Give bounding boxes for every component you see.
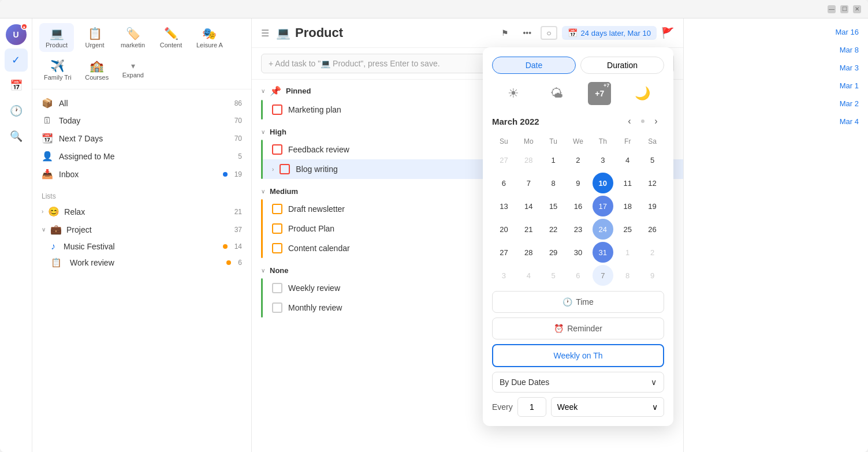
date-list-mar3[interactable]: Mar 3 [684, 59, 868, 77]
expand-button[interactable]: ▾ Expand [118, 55, 148, 84]
prev-month-button[interactable]: ‹ [621, 113, 638, 129]
cal-day-15[interactable]: 15 [543, 196, 564, 216]
cal-day-feb28[interactable]: 28 [518, 150, 539, 170]
cal-day-19[interactable]: 19 [642, 196, 663, 216]
cal-day-13[interactable]: 13 [493, 196, 514, 216]
nav-assigned[interactable]: 👤 Assigned to Me 5 [32, 147, 251, 165]
task-checkbox-draft[interactable] [272, 204, 282, 214]
tab-content[interactable]: ✏️ Content [154, 23, 188, 52]
nav-home[interactable]: ✓ [5, 48, 28, 72]
cal-day-5[interactable]: 5 [642, 150, 663, 170]
cal-day-20[interactable]: 20 [493, 219, 514, 240]
cal-day-11[interactable]: 11 [617, 173, 638, 193]
nav-all[interactable]: 📦 All 86 [32, 94, 251, 112]
cal-day-24[interactable]: 24 [593, 219, 613, 240]
list-work-review[interactable]: 📋 Work review 6 [32, 255, 251, 271]
date-list-mar1[interactable]: Mar 1 [684, 77, 868, 95]
cal-day-25[interactable]: 25 [617, 219, 638, 240]
cal-day-23[interactable]: 23 [568, 219, 588, 240]
cal-day-22[interactable]: 22 [543, 219, 564, 240]
recur-button[interactable]: Weekly on Th [492, 344, 664, 367]
sort-dropdown[interactable]: By Due Dates ∨ [492, 372, 664, 393]
cal-day-16[interactable]: 16 [568, 196, 588, 216]
cal-day-apr5[interactable]: 5 [543, 265, 564, 286]
tab-duration[interactable]: Duration [580, 57, 664, 74]
cal-day-apr4[interactable]: 4 [518, 265, 539, 286]
hamburger-icon[interactable]: ☰ [261, 28, 269, 39]
cal-day-3[interactable]: 3 [593, 150, 613, 170]
more-button[interactable]: ••• [518, 26, 536, 40]
cal-day-29[interactable]: 29 [543, 242, 564, 263]
next-month-button[interactable]: › [648, 113, 664, 129]
date-chip[interactable]: 📅 24 days later, Mar 10 [562, 26, 657, 40]
date-list-mar2[interactable]: Mar 2 [684, 95, 868, 113]
night-icon[interactable]: 🌙 [631, 82, 654, 105]
task-checkbox-blog[interactable] [280, 164, 290, 174]
task-checkbox-product-plan[interactable] [272, 223, 282, 234]
cal-day-26[interactable]: 26 [642, 219, 663, 240]
cal-day-21[interactable]: 21 [518, 219, 539, 240]
cal-day-apr1[interactable]: 1 [617, 242, 638, 263]
tab-date[interactable]: Date [492, 57, 576, 74]
every-unit-select[interactable]: Week ∨ [551, 397, 664, 417]
cal-day-14[interactable]: 14 [518, 196, 539, 216]
minimize-button[interactable]: — [828, 5, 836, 13]
nav-search[interactable]: 🔍 [5, 125, 28, 148]
close-button[interactable]: ✕ [853, 5, 861, 13]
cal-day-12[interactable]: 12 [642, 173, 663, 193]
nav-inbox[interactable]: 📥 Inbox 19 [32, 165, 251, 183]
cal-day-2[interactable]: 2 [568, 150, 588, 170]
list-project[interactable]: ∨ 💼 Project 37 [32, 221, 251, 238]
red-flag-icon[interactable]: 🚩 [661, 27, 674, 39]
every-number-input[interactable] [517, 397, 546, 417]
nav-today[interactable]: 🗓 Today 70 [32, 112, 251, 129]
task-checkbox-weekly[interactable] [272, 283, 282, 293]
nav-calendar[interactable]: 📅 [5, 74, 28, 97]
cal-day-10[interactable]: 10 [593, 173, 613, 193]
task-checkbox-monthly[interactable] [272, 302, 282, 313]
cal-day-apr7[interactable]: 7 [593, 265, 613, 286]
afternoon-icon[interactable]: 🌤 [545, 82, 568, 105]
nav-timeline[interactable]: 🕐 [5, 99, 28, 122]
reminder-button[interactable]: ⏰ Reminder [492, 317, 664, 339]
avatar-item[interactable]: U ● [5, 23, 28, 46]
nav-next7days[interactable]: 📆 Next 7 Days 70 [32, 129, 251, 147]
cal-day-27[interactable]: 27 [493, 242, 514, 263]
cal-day-30[interactable]: 30 [568, 242, 588, 263]
tab-urgent[interactable]: 📋 Urgent [77, 23, 112, 52]
task-checkbox-marketing-plan[interactable] [272, 104, 282, 115]
list-relax[interactable]: › 😊 Relax 21 [32, 203, 251, 221]
cal-day-31[interactable]: 31 [593, 242, 613, 263]
circle-button[interactable]: ○ [541, 26, 557, 40]
date-list-mar8[interactable]: Mar 8 [684, 41, 868, 59]
cal-day-6[interactable]: 6 [493, 173, 514, 193]
cal-day-feb27[interactable]: 27 [493, 150, 514, 170]
date-list-mar16[interactable]: Mar 16 [684, 23, 868, 41]
time-button[interactable]: 🕐 Time [492, 291, 664, 313]
morning-icon[interactable]: ☀ [502, 82, 525, 105]
tab-marketing[interactable]: 🏷️ marketin [116, 23, 150, 52]
cal-day-18[interactable]: 18 [617, 196, 638, 216]
tab-leisure[interactable]: 🎭 Leisure A [192, 23, 228, 52]
task-checkbox-content-cal[interactable] [272, 243, 282, 253]
maximize-button[interactable]: ☐ [840, 5, 848, 13]
cal-day-9[interactable]: 9 [568, 173, 588, 193]
cal-day-apr2[interactable]: 2 [642, 242, 663, 263]
cal-day-4[interactable]: 4 [617, 150, 638, 170]
date-list-mar4[interactable]: Mar 4 [684, 113, 868, 130]
flag-button[interactable]: ⚑ [497, 26, 513, 40]
tab-courses[interactable]: 🏫 Courses [80, 55, 114, 84]
cal-day-apr3[interactable]: 3 [493, 265, 514, 286]
cal-day-apr6[interactable]: 6 [568, 265, 588, 286]
blog-expand-icon[interactable]: › [272, 166, 274, 173]
cal-day-apr8[interactable]: 8 [617, 265, 638, 286]
cal-day-17[interactable]: 17 [593, 196, 613, 216]
list-music-festival[interactable]: ♪ Music Festival 14 [32, 238, 251, 255]
cal-day-1[interactable]: 1 [543, 150, 564, 170]
task-checkbox-feedback[interactable] [272, 144, 282, 155]
plus7-icon[interactable]: +7 [588, 82, 611, 105]
cal-day-8[interactable]: 8 [543, 173, 564, 193]
tab-product[interactable]: 💻 Product [39, 23, 74, 52]
cal-day-7[interactable]: 7 [518, 173, 539, 193]
cal-day-apr9[interactable]: 9 [642, 265, 663, 286]
